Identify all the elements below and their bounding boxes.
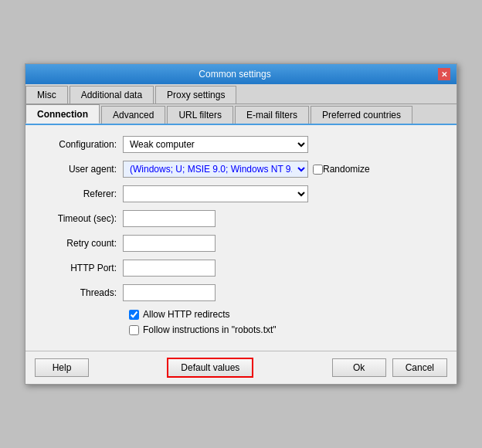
timeout-label: Timeout (sec): xyxy=(38,213,123,224)
cancel-button[interactable]: Cancel xyxy=(392,358,447,377)
tab-preferred-countries[interactable]: Preferred countries xyxy=(311,106,412,124)
tab-connection[interactable]: Connection xyxy=(25,104,100,124)
configuration-control-wrap: Weak computer xyxy=(123,136,444,153)
configuration-select[interactable]: Weak computer xyxy=(123,136,308,153)
http-port-label: HTTP Port: xyxy=(38,263,123,273)
user-agent-select[interactable]: (Windows; U; MSIE 9.0; Windows NT 9.0; e… xyxy=(123,161,308,178)
threads-control-wrap: 10 xyxy=(123,284,444,301)
top-tab-row: Misc Additional data Proxy settings xyxy=(25,84,457,104)
retry-row: Retry count: 3 xyxy=(38,235,444,252)
retry-label: Retry count: xyxy=(38,238,123,249)
referer-select[interactable] xyxy=(123,185,308,202)
follow-robots-label: Follow instructions in "robots.txt" xyxy=(143,324,277,335)
content-area: Configuration: Weak computer User agent:… xyxy=(25,125,457,351)
randomize-wrap: Randomize xyxy=(313,164,370,175)
retry-input[interactable]: 3 xyxy=(123,235,216,252)
tab-additional-data[interactable]: Additional data xyxy=(70,86,154,104)
timeout-row: Timeout (sec): 60 xyxy=(38,210,444,227)
default-values-button[interactable]: Default values xyxy=(167,358,253,378)
randomize-label: Randomize xyxy=(323,164,370,175)
ok-cancel-group: Ok Cancel xyxy=(332,358,447,377)
threads-row: Threads: 10 xyxy=(38,284,444,301)
configuration-row: Configuration: Weak computer xyxy=(38,136,444,153)
tab-advanced[interactable]: Advanced xyxy=(101,106,165,124)
follow-robots-checkbox[interactable] xyxy=(129,325,139,335)
user-agent-control-wrap: (Windows; U; MSIE 9.0; Windows NT 9.0; e… xyxy=(123,161,444,178)
user-agent-label: User agent: xyxy=(38,164,123,175)
threads-input[interactable]: 10 xyxy=(123,284,216,301)
tab-proxy-settings[interactable]: Proxy settings xyxy=(155,86,236,104)
tab-email-filters[interactable]: E-mail filters xyxy=(235,106,309,124)
configuration-label: Configuration: xyxy=(38,139,123,150)
referer-label: Referer: xyxy=(38,188,123,199)
referer-control-wrap xyxy=(123,185,444,202)
title-bar: Common settings ✕ xyxy=(25,64,457,84)
timeout-control-wrap: 60 xyxy=(123,210,444,227)
timeout-input[interactable]: 60 xyxy=(123,210,216,227)
retry-control-wrap: 3 xyxy=(123,235,444,252)
ok-button[interactable]: Ok xyxy=(332,358,386,377)
http-port-row: HTTP Port: 80 xyxy=(38,260,444,277)
tab-misc[interactable]: Misc xyxy=(25,86,68,104)
main-window: Common settings ✕ Misc Additional data P… xyxy=(25,63,457,385)
threads-label: Threads: xyxy=(38,287,123,298)
http-port-input[interactable]: 80 xyxy=(123,260,216,277)
close-button[interactable]: ✕ xyxy=(438,68,450,80)
bottom-bar: Help Default values Ok Cancel xyxy=(25,351,457,384)
bottom-tab-row: Connection Advanced URL filters E-mail f… xyxy=(25,104,457,125)
help-button[interactable]: Help xyxy=(35,358,89,377)
tab-url-filters[interactable]: URL filters xyxy=(167,106,233,124)
allow-redirects-checkbox[interactable] xyxy=(129,310,139,320)
http-port-control-wrap: 80 xyxy=(123,260,444,277)
allow-redirects-row: Allow HTTP redirects xyxy=(129,309,444,320)
randomize-checkbox[interactable] xyxy=(313,165,323,175)
user-agent-row: User agent: (Windows; U; MSIE 9.0; Windo… xyxy=(38,161,444,178)
window-title: Common settings xyxy=(32,69,438,80)
referer-row: Referer: xyxy=(38,185,444,202)
follow-robots-row: Follow instructions in "robots.txt" xyxy=(129,324,444,335)
allow-redirects-label: Allow HTTP redirects xyxy=(143,309,229,320)
